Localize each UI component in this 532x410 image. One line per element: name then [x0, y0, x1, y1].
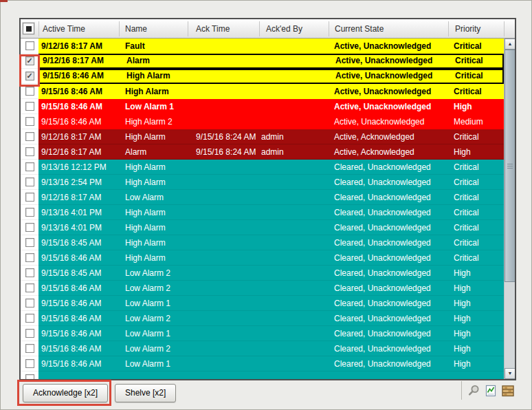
row-checkbox[interactable]	[25, 208, 34, 217]
cell-name: Low Alarm 1	[125, 296, 170, 311]
column-header-acked-by[interactable]: Ack'ed By	[266, 19, 302, 39]
cell-current-state: Cleared, Unacknowledged	[334, 326, 431, 341]
column-header-name[interactable]: Name	[125, 19, 147, 39]
table-row[interactable]: 9/15/16 8:46 AM Low Alarm 2 Cleared, Una…	[21, 281, 515, 296]
row-content[interactable]: 9/15/16 8:46 AM Low Alarm 2 Cleared, Una…	[38, 341, 504, 356]
column-header-current-state[interactable]: Current State	[335, 19, 384, 39]
vertical-scrollbar[interactable]: ▲ ▼	[504, 39, 515, 379]
row-content[interactable]: 9/15/16 8:46 AM Low Alarm 2 Cleared, Una…	[38, 281, 504, 296]
row-content[interactable]: 9/12/16 8:17 AM Low Alarm Cleared, Unack…	[38, 190, 504, 205]
cell-name: High Alarm 2	[125, 114, 173, 129]
row-checkbox-cell	[21, 129, 38, 144]
row-checkbox[interactable]	[25, 344, 34, 353]
cell-current-state: Active, Unacknowledged	[335, 54, 432, 69]
table-row[interactable]: 9/12/16 8:17 AM High Alarm 9/15/16 8:24 …	[21, 129, 515, 144]
table-row[interactable]: 9/12/16 8:17 AM Alarm Active, Unacknowle…	[21, 54, 515, 69]
row-content[interactable]: 9/15/16 8:46 AM Low Alarm 1 Cleared, Una…	[38, 356, 504, 371]
excel-export-icon[interactable]	[484, 384, 498, 398]
column-header-ack-time[interactable]: Ack Time	[196, 19, 230, 39]
cell-priority: Critical	[454, 235, 479, 250]
cell-active-time: 9/15/16 8:46 AM	[41, 281, 101, 296]
cell-active-time: 9/15/16 8:45 AM	[41, 266, 101, 281]
search-icon[interactable]	[467, 384, 480, 398]
row-checkbox[interactable]	[25, 117, 34, 126]
row-content[interactable]: 9/15/16 8:45 AM High Alarm Cleared, Unac…	[38, 235, 504, 250]
table-row[interactable]: 9/13/16 2:54 PM High Alarm Cleared, Unac…	[21, 175, 515, 190]
row-content[interactable]: 9/15/16 8:46 AM Low Alarm 1 Cleared, Una…	[38, 296, 504, 311]
select-all-checkbox[interactable]	[23, 23, 34, 34]
row-checkbox[interactable]	[25, 177, 34, 186]
table-row[interactable]: 9/13/16 4:01 PM High Alarm Cleared, Unac…	[21, 205, 515, 220]
row-content[interactable]: 9/15/16 8:46 AM Low Alarm 2 Cleared, Una…	[38, 311, 504, 326]
scrollbar-thumb[interactable]	[505, 50, 516, 282]
row-content[interactable]: 9/12/16 8:17 AM High Alarm 9/15/16 8:24 …	[38, 129, 504, 144]
table-row[interactable]: 9/15/16 8:46 AM High Alarm Active, Unack…	[21, 84, 515, 99]
row-content[interactable]: 9/12/16 8:17 AM Alarm Active, Unacknowle…	[38, 54, 504, 69]
row-checkbox[interactable]	[25, 132, 34, 141]
cell-active-time: 9/13/16 4:01 PM	[41, 220, 102, 235]
column-divider	[329, 21, 329, 36]
cell-name: Low Alarm 2	[125, 341, 170, 356]
row-checkbox[interactable]	[25, 193, 34, 202]
row-content[interactable]: 9/15/16 8:46 AM Low Alarm 1 Cleared, Una…	[38, 326, 504, 341]
row-checkbox[interactable]	[25, 283, 34, 292]
row-content[interactable]: 9/13/16 12:12 PM High Alarm Cleared, Una…	[38, 160, 504, 175]
cell-priority: High	[454, 296, 471, 311]
table-row[interactable]: 9/15/16 8:46 AM Low Alarm 1 Cleared, Una…	[21, 326, 515, 341]
table-row[interactable]: 9/13/16 4:01 PM High Alarm Cleared, Unac…	[21, 220, 515, 235]
row-content[interactable]: 9/15/16 8:46 AM High Alarm 2 Active, Una…	[38, 114, 504, 129]
row-content[interactable]: 9/15/16 8:46 AM High Alarm Active, Unack…	[38, 84, 504, 99]
row-content[interactable]: 9/12/16 8:17 AM Alarm 9/15/16 8:24 AM ad…	[38, 144, 504, 160]
row-checkbox[interactable]	[25, 268, 34, 277]
row-checkbox[interactable]	[25, 87, 34, 96]
scroll-up-button[interactable]: ▲	[505, 39, 516, 50]
row-content[interactable]: 9/15/16 8:46 AM High Alarm Cleared, Unac…	[38, 250, 504, 266]
table-row[interactable]: 9/15/16 8:46 AM High Alarm Cleared, Unac…	[21, 250, 515, 266]
table-row[interactable]: 9/12/16 8:17 AM Low Alarm Cleared, Unack…	[21, 190, 515, 205]
row-content[interactable]: 9/15/16 8:46 AM Low Alarm 1 Active, Unac…	[38, 99, 504, 114]
row-checkbox[interactable]	[25, 329, 34, 338]
table-row[interactable]: 9/15/16 8:46 AM Low Alarm 1 Cleared, Una…	[21, 356, 515, 371]
cell-name: High Alarm	[125, 205, 166, 220]
cell-active-time: 9/12/16 8:17 AM	[41, 190, 101, 205]
shelf-icon[interactable]	[501, 384, 515, 398]
row-content[interactable]: 9/13/16 4:01 PM High Alarm Cleared, Unac…	[38, 205, 504, 220]
row-checkbox[interactable]	[25, 238, 34, 247]
table-row[interactable]: 9/15/16 8:45 AM High Alarm Cleared, Unac…	[21, 235, 515, 250]
table-row[interactable]: 9/15/16 8:45 AM Low Alarm 2 Cleared, Una…	[21, 266, 515, 281]
table-row[interactable]: 9/15/16 8:46 AM High Alarm 2 Active, Una…	[21, 114, 515, 129]
row-checkbox[interactable]	[25, 223, 34, 232]
cell-active-time: 9/13/16 2:54 PM	[41, 175, 102, 190]
table-row[interactable]: 9/13/16 12:12 PM High Alarm Cleared, Una…	[21, 160, 515, 175]
table-row[interactable]: 9/15/16 8:46 AM Low Alarm 2 Cleared, Una…	[21, 311, 515, 326]
table-row[interactable]: 9/15/16 8:46 AM High Alarm Active, Unack…	[21, 69, 515, 84]
row-checkbox[interactable]	[25, 299, 34, 308]
table-row[interactable]: 9/15/16 8:46 AM Low Alarm 2 Cleared, Una…	[21, 341, 515, 356]
column-header-priority[interactable]: Priority	[455, 19, 480, 39]
row-content[interactable]: 9/15/16 8:45 AM Low Alarm 2 Cleared, Una…	[38, 266, 504, 281]
row-checkbox-cell	[21, 235, 38, 250]
row-content[interactable]: 9/15/16 8:46 AM High Alarm Active, Unack…	[38, 69, 504, 84]
column-header-active-time[interactable]: Active Time	[43, 19, 85, 39]
row-content[interactable]: 9/13/16 2:54 PM High Alarm Cleared, Unac…	[38, 175, 504, 190]
cell-priority: Critical	[454, 84, 482, 99]
row-checkbox-cell	[21, 326, 38, 341]
table-row[interactable]: 9/15/16 8:46 AM Low Alarm 1 Active, Unac…	[21, 99, 515, 114]
row-content[interactable]: 9/12/16 8:17 AM Fault Active, Unacknowle…	[38, 39, 504, 54]
row-content[interactable]: 9/13/16 4:01 PM High Alarm Cleared, Unac…	[38, 220, 504, 235]
row-checkbox-cell	[21, 281, 38, 296]
row-checkbox[interactable]	[25, 359, 34, 368]
row-checkbox[interactable]	[25, 162, 34, 171]
table-row[interactable]: 9/12/16 8:17 AM Fault Active, Unacknowle…	[21, 39, 515, 54]
row-checkbox[interactable]	[25, 147, 34, 156]
table-row[interactable]: 9/15/16 8:46 AM Low Alarm 1 Cleared, Una…	[21, 296, 515, 311]
shelve-button[interactable]: Shelve [x2]	[115, 384, 176, 402]
row-checkbox[interactable]	[25, 314, 34, 323]
table-row[interactable]: 9/12/16 8:17 AM Alarm 9/15/16 8:24 AM ad…	[21, 144, 515, 160]
row-checkbox[interactable]	[25, 253, 34, 262]
row-checkbox[interactable]	[25, 102, 34, 111]
cell-name: High Alarm	[125, 220, 166, 235]
scroll-down-button[interactable]: ▼	[505, 368, 516, 379]
column-divider	[448, 21, 449, 36]
row-checkbox[interactable]	[25, 41, 34, 50]
